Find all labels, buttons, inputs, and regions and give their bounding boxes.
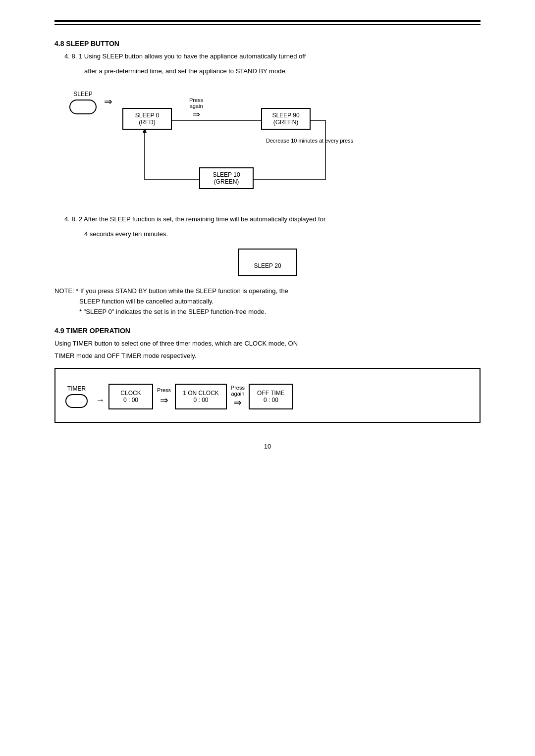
clock-line2: 0 : 00 bbox=[123, 397, 138, 403]
sleep90-box: SLEEP 90 (GREEN) bbox=[261, 108, 311, 130]
sleep-para2b: 4 seconds every ten minutes. bbox=[84, 229, 481, 239]
timer-label: TIMER bbox=[67, 385, 86, 392]
page: 4.8 SLEEP BUTTON 4. 8. 1 Using SLEEP but… bbox=[45, 0, 490, 480]
on-clock-line2: 0 : 00 bbox=[193, 397, 208, 403]
note-line2: SLEEP function will be cancelled automat… bbox=[79, 297, 481, 307]
timer-diagram: TIMER → CLOCK 0 : 00 Press ⇒ 1 ON CLOCK … bbox=[54, 368, 481, 423]
on-clock-line1: 1 ON CLOCK bbox=[183, 390, 219, 397]
timer-para1: Using TIMER button to select one of thre… bbox=[54, 339, 481, 349]
sleep20-box: SLEEP 20 bbox=[238, 249, 297, 276]
sleep-para1: 4. 8. 1 Using SLEEP button allows you to… bbox=[64, 51, 481, 61]
page-number: 10 bbox=[54, 443, 481, 450]
decrease-label: Decrease 10 minutes at every press bbox=[266, 138, 353, 144]
timer-arrow1: ⇒ bbox=[160, 394, 168, 406]
off-time-line2: 0 : 00 bbox=[264, 397, 278, 403]
notes-section: NOTE: * If you press STAND BY button whi… bbox=[54, 286, 481, 317]
press-again-sleep-label: Pressagain⇒ bbox=[189, 97, 203, 120]
sleep20-diagram: SLEEP 20 bbox=[54, 249, 481, 276]
sleep-button-oval bbox=[69, 100, 97, 114]
sleep-svg bbox=[117, 88, 355, 207]
sleep10-line2: (GREEN) bbox=[214, 178, 239, 185]
top-border bbox=[54, 20, 481, 25]
note-line3: * "SLEEP 0" indicates the set is in the … bbox=[79, 307, 481, 317]
sleep-button-title: 4.8 SLEEP BUTTON bbox=[54, 40, 481, 48]
clock-line1: CLOCK bbox=[120, 390, 141, 397]
timer-diagram-inner: TIMER → CLOCK 0 : 00 Press ⇒ 1 ON CLOCK … bbox=[65, 384, 470, 409]
press-again-label: Pressagain bbox=[231, 385, 245, 397]
timer-arrow2: ⇒ bbox=[233, 397, 242, 408]
arrow1: ⇒ bbox=[104, 96, 112, 107]
timer-button-col: TIMER bbox=[65, 385, 88, 408]
sleep-button-col: SLEEP bbox=[69, 91, 97, 114]
timer-title: 4.9 TIMER OPERATION bbox=[54, 327, 481, 335]
sleep90-line1: SLEEP 90 bbox=[272, 112, 299, 119]
press-label: Press bbox=[157, 387, 171, 393]
timer-para2: TIMER mode and OFF TIMER mode respective… bbox=[54, 351, 481, 361]
sleep10-line1: SLEEP 10 bbox=[213, 171, 240, 178]
sleep-para1b: after a pre-determined time, and set the… bbox=[84, 66, 481, 76]
sleep0-box: SLEEP 0 (RED) bbox=[122, 108, 172, 130]
timer-small-arrow: → bbox=[96, 395, 105, 405]
sleep-label: SLEEP bbox=[73, 91, 93, 98]
sleep0-line1: SLEEP 0 bbox=[135, 112, 159, 119]
clock-box: CLOCK 0 : 00 bbox=[108, 384, 153, 409]
off-time-line1: OFF TIME bbox=[257, 390, 285, 397]
sleep-para2: 4. 8. 2 After the SLEEP function is set,… bbox=[64, 214, 481, 224]
off-time-box: OFF TIME 0 : 00 bbox=[249, 384, 293, 409]
sleep0-line2: (RED) bbox=[139, 119, 155, 126]
on-clock-box: 1 ON CLOCK 0 : 00 bbox=[175, 384, 227, 409]
arrow1-sym: ⇒ bbox=[104, 96, 112, 107]
timer-press-again-arrow: Pressagain ⇒ bbox=[231, 385, 245, 408]
sleep20-label: SLEEP 20 bbox=[254, 262, 281, 269]
timer-button-oval bbox=[65, 394, 88, 408]
sleep10-box: SLEEP 10 (GREEN) bbox=[199, 167, 254, 189]
timer-press-arrow: Press ⇒ bbox=[157, 387, 171, 406]
sleep90-line2: (GREEN) bbox=[273, 119, 299, 126]
sleep-flow-wrapper: SLEEP 0 (RED) Pressagain⇒ SLEEP 90 (GREE… bbox=[117, 88, 355, 207]
note-line1: NOTE: * If you press STAND BY button whi… bbox=[54, 286, 481, 297]
